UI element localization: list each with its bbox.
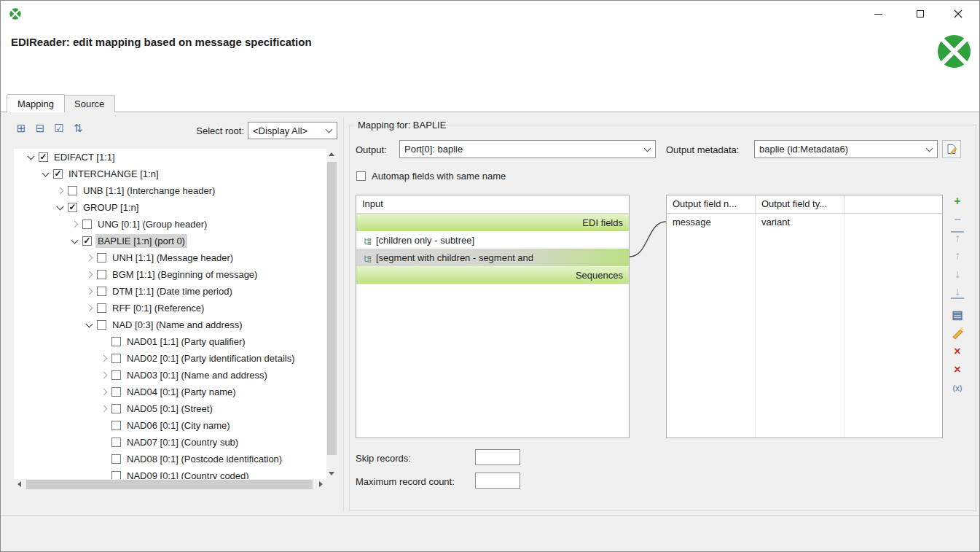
tree-item-checkbox[interactable]: ✓ — [39, 152, 48, 162]
move-up-icon[interactable]: ↑ — [951, 249, 964, 263]
chevron-right-icon[interactable] — [84, 286, 95, 298]
tree-item[interactable]: UNG [0:1] (Group header) — [14, 216, 326, 233]
auto-map-icon[interactable] — [951, 327, 964, 340]
tree-item[interactable]: NAD05 [0:1] (Street) — [14, 400, 326, 417]
chevron-down-icon[interactable] — [69, 236, 81, 247]
chevron-right-icon[interactable] — [98, 370, 110, 381]
collapse-all-icon[interactable]: ⊟ — [33, 122, 47, 135]
chevron-right-icon[interactable] — [55, 185, 66, 197]
remove-field-icon[interactable]: − — [951, 213, 964, 226]
tree-item-checkbox[interactable] — [97, 303, 106, 313]
chevron-right-icon[interactable] — [98, 386, 110, 398]
tree-item[interactable]: NAD [0:3] (Name and address) — [14, 316, 326, 333]
max-record-count-input[interactable] — [475, 473, 520, 489]
tree-item-checkbox[interactable] — [111, 471, 121, 479]
scroll-down-icon[interactable] — [329, 472, 334, 475]
tree-item[interactable]: NAD08 [0:1] (Postcode identification) — [14, 451, 326, 467]
tree-item-checkbox[interactable] — [111, 337, 121, 346]
clear-all-mappings-icon[interactable]: × — [951, 363, 964, 376]
tree-item-checkbox[interactable] — [111, 404, 121, 413]
tab-mapping[interactable]: Mapping — [7, 94, 65, 112]
tree-item-checkbox[interactable] — [97, 253, 106, 263]
tree-toolbar: ⊞⊟☑⇅ — [14, 122, 85, 135]
dialog-window: EDIReader: edit mapping based on message… — [0, 0, 980, 552]
expand-all-icon[interactable]: ⊞ — [14, 122, 28, 135]
tree-item-checkbox[interactable] — [111, 421, 121, 430]
minimize-button[interactable] — [861, 1, 895, 27]
automap-checkbox[interactable] — [356, 171, 366, 181]
tree-item-checkbox[interactable] — [111, 354, 121, 363]
chevron-right-icon[interactable] — [84, 303, 95, 314]
tree-item-checkbox[interactable]: ✓ — [53, 169, 63, 179]
output-field-row[interactable]: messagevariant — [667, 214, 942, 231]
tree-item[interactable]: ✓EDIFACT [1:1] — [14, 149, 326, 166]
output-column-type[interactable]: Output field ty... — [756, 195, 844, 213]
clear-mapping-icon[interactable]: × — [951, 345, 964, 358]
edit-metadata-button[interactable] — [942, 140, 961, 158]
paste-fields-icon[interactable]: ▤ — [951, 308, 964, 322]
vertical-scrollbar-thumb[interactable] — [327, 162, 337, 455]
tree-item-checkbox[interactable] — [68, 186, 77, 195]
tree-item[interactable]: NAD09 [0:1] (Country coded) — [14, 467, 326, 479]
output-metadata-dropdown[interactable]: baplie (id:Metadata6) — [754, 140, 938, 158]
tree-item-checkbox[interactable] — [111, 438, 121, 447]
subtree-icon — [364, 236, 372, 244]
edit-expression-icon[interactable]: (x) — [951, 381, 964, 394]
input-field-row[interactable]: [segment with children - segment and — [356, 249, 629, 266]
tree-item[interactable]: NAD04 [0:1] (Party name) — [14, 384, 326, 400]
close-button[interactable] — [941, 1, 975, 27]
skip-records-input[interactable] — [475, 449, 520, 465]
chevron-down-icon[interactable] — [26, 152, 37, 163]
tree-item-checkbox[interactable] — [111, 370, 121, 380]
tree-item[interactable]: UNB [1:1] (Interchange header) — [14, 182, 326, 199]
vertical-scrollbar[interactable] — [326, 149, 337, 479]
tree-item[interactable]: UNH [1:1] (Message header) — [14, 249, 326, 266]
select-root-dropdown[interactable]: <Display All> — [248, 122, 337, 139]
tree-item-checkbox[interactable] — [111, 454, 121, 464]
horizontal-scrollbar-thumb[interactable] — [26, 480, 313, 489]
tree-item-checkbox[interactable] — [97, 270, 106, 279]
tree-item-checkbox[interactable] — [111, 387, 121, 397]
chevron-right-icon[interactable] — [84, 252, 95, 264]
move-down-icon[interactable]: ↓ — [951, 268, 964, 281]
input-group-row[interactable]: EDI fields — [356, 214, 629, 231]
tree-item[interactable]: BGM [1:1] (Beginning of message) — [14, 266, 326, 283]
tree-item[interactable]: NAD01 [1:1] (Party qualifier) — [14, 333, 326, 350]
tree-item-checkbox[interactable] — [82, 219, 92, 229]
tree-item[interactable]: ✓GROUP [1:n] — [14, 199, 326, 216]
tree-item[interactable]: ✓INTERCHANGE [1:n] — [14, 166, 326, 182]
chevron-right-icon[interactable] — [98, 403, 110, 415]
input-field-row[interactable]: [children only - subtree] — [356, 231, 629, 249]
add-field-icon[interactable]: + — [951, 195, 964, 208]
output-column-name[interactable]: Output field n... — [667, 195, 756, 213]
chevron-down-icon[interactable] — [40, 168, 52, 180]
tree-item[interactable]: DTM [1:1] (Date time period) — [14, 283, 326, 300]
tree-item-checkbox[interactable] — [97, 320, 106, 330]
tree-item[interactable]: RFF [0:1] (Reference) — [14, 300, 326, 316]
scroll-up-icon[interactable] — [329, 152, 334, 156]
tree-item[interactable]: NAD06 [0:1] (City name) — [14, 417, 326, 434]
scroll-left-icon[interactable] — [17, 481, 21, 487]
chevron-down-icon[interactable] — [84, 319, 95, 331]
tree-item[interactable]: NAD07 [0:1] (Country sub) — [14, 434, 326, 451]
tree-item[interactable]: NAD03 [0:1] (Name and address) — [14, 367, 326, 384]
chevron-right-icon[interactable] — [84, 269, 95, 281]
chevron-right-icon[interactable] — [98, 353, 110, 365]
chevron-right-icon[interactable] — [69, 219, 81, 230]
maximize-button[interactable] — [903, 1, 937, 27]
tree-item-checkbox[interactable] — [97, 287, 106, 296]
tab-source[interactable]: Source — [63, 95, 115, 112]
move-last-icon[interactable]: ↓ — [951, 286, 964, 299]
sort-icon[interactable]: ⇅ — [71, 122, 85, 135]
chevron-down-icon[interactable] — [55, 202, 66, 214]
input-group-row[interactable]: Sequences — [356, 266, 629, 284]
move-first-icon[interactable]: ↑ — [951, 231, 964, 244]
scroll-right-icon[interactable] — [319, 481, 323, 487]
tree-item-checkbox[interactable]: ✓ — [82, 236, 92, 246]
check-subtree-icon[interactable]: ☑ — [52, 122, 66, 135]
tree-item-checkbox[interactable]: ✓ — [68, 203, 77, 212]
tree-item[interactable]: NAD02 [0:1] (Party identification detail… — [14, 350, 326, 367]
output-dropdown[interactable]: Port[0]: baplie — [399, 140, 656, 158]
tree-item[interactable]: ✓BAPLIE [1:n] (port 0) — [14, 233, 326, 249]
horizontal-scrollbar[interactable] — [14, 479, 326, 490]
